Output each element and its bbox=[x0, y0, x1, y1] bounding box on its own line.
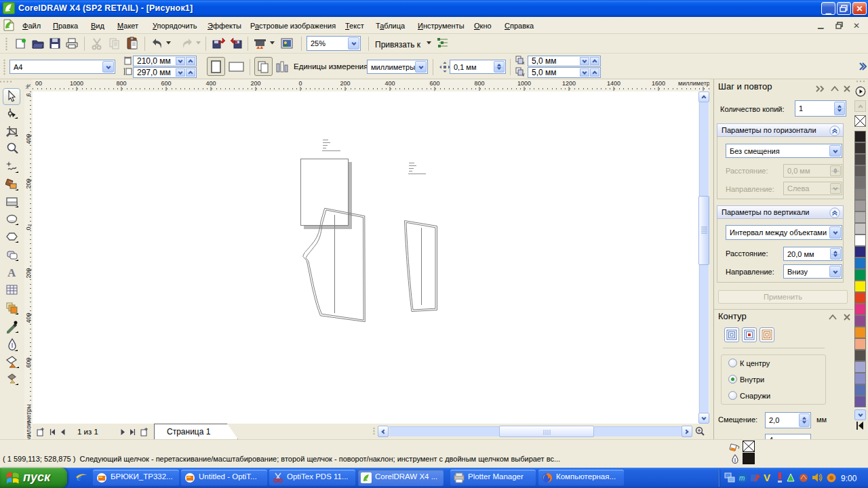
svg-text:400: 400 bbox=[205, 80, 216, 87]
svg-text:V: V bbox=[764, 472, 770, 483]
svg-text:0: 0 bbox=[298, 80, 302, 87]
svg-text:1000: 1000 bbox=[517, 80, 531, 87]
svg-text:m: m bbox=[739, 474, 745, 482]
svg-text:A: A bbox=[7, 266, 16, 279]
svg-text:800: 800 bbox=[474, 80, 484, 87]
svg-text:600: 600 bbox=[429, 80, 439, 87]
svg-text:1200: 1200 bbox=[562, 80, 576, 87]
svg-text:200: 200 bbox=[340, 80, 350, 87]
svg-text:800: 800 bbox=[116, 80, 126, 87]
svg-text:600: 600 bbox=[161, 80, 171, 87]
svg-text:x: x bbox=[522, 60, 525, 65]
svg-text:400: 400 bbox=[384, 80, 395, 87]
svg-text:200: 200 bbox=[250, 80, 260, 87]
svg-text:1400: 1400 bbox=[607, 80, 620, 87]
svg-text:00: 00 bbox=[35, 80, 42, 87]
svg-text:1600: 1600 bbox=[652, 80, 665, 87]
svg-text:y: y bbox=[522, 72, 525, 77]
svg-text:миллиметры: миллиметры bbox=[678, 80, 709, 87]
svg-text:1000: 1000 bbox=[70, 80, 83, 87]
